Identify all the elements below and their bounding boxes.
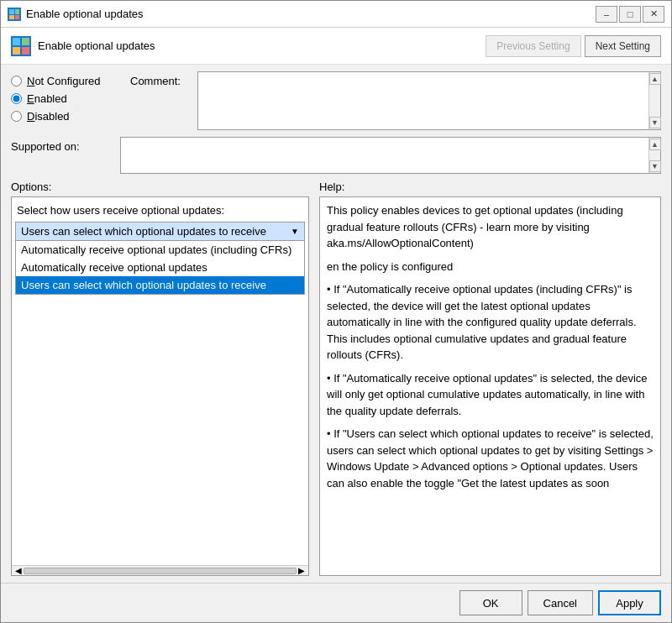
main-window: Enable optional updates – □ ✕ Enable opt… bbox=[0, 0, 672, 623]
help-para-2: • If "Automatically receive optional upd… bbox=[327, 281, 654, 364]
radio-enabled[interactable]: Enabled bbox=[11, 92, 120, 105]
svg-rect-2 bbox=[9, 15, 14, 19]
supported-field: ▲ ▼ bbox=[120, 137, 661, 174]
options-label: Options: bbox=[11, 181, 309, 193]
help-text: This policy enables devices to get optio… bbox=[327, 202, 654, 491]
comment-scrollbar: ▲ ▼ bbox=[648, 72, 660, 129]
radio-not-configured-label: Not Configured bbox=[27, 75, 100, 87]
close-button[interactable]: ✕ bbox=[643, 6, 664, 23]
radio-enabled-input[interactable] bbox=[11, 93, 22, 104]
supported-scroll-down[interactable]: ▼ bbox=[649, 160, 661, 172]
svg-rect-5 bbox=[22, 38, 29, 45]
svg-rect-1 bbox=[15, 9, 19, 14]
h-scrollbar[interactable] bbox=[24, 568, 297, 574]
dropdown-selected-text: Users can select which optional updates … bbox=[21, 225, 266, 238]
help-para-3: • If "Automatically receive optional upd… bbox=[327, 370, 654, 420]
help-label: Help: bbox=[319, 181, 661, 193]
panel-labels: Options: Help: bbox=[11, 181, 661, 193]
svg-rect-6 bbox=[13, 47, 20, 55]
options-scrollbar-area: ◀ ▶ bbox=[12, 565, 308, 575]
next-setting-button[interactable]: Next Setting bbox=[585, 35, 661, 57]
help-para-1: en the policy is configured bbox=[327, 259, 654, 275]
dropdown-arrow-icon: ▼ bbox=[291, 227, 299, 236]
previous-setting-button[interactable]: Previous Setting bbox=[486, 35, 580, 57]
help-para-4: • If "Users can select which optional up… bbox=[327, 426, 654, 491]
title-bar: Enable optional updates – □ ✕ bbox=[1, 1, 671, 28]
supported-scroll-up[interactable]: ▲ bbox=[649, 139, 661, 150]
radio-disabled-label: Disabled bbox=[27, 110, 70, 123]
radio-not-configured[interactable]: Not Configured bbox=[11, 75, 120, 87]
header-left: Enable optional updates bbox=[11, 36, 155, 56]
radio-disabled[interactable]: Disabled bbox=[11, 110, 120, 123]
minimize-button[interactable]: – bbox=[596, 6, 617, 23]
radio-enabled-label: Enabled bbox=[27, 92, 67, 105]
window-title: Enable optional updates bbox=[26, 8, 596, 20]
header-buttons: Previous Setting Next Setting bbox=[486, 35, 661, 57]
dropdown-display[interactable]: Users can select which optional updates … bbox=[15, 222, 305, 240]
radio-disabled-input[interactable] bbox=[11, 111, 22, 122]
main-content: Not Configured Enabled Disabled Comment: bbox=[1, 65, 671, 583]
comment-field: ▲ ▼ bbox=[197, 71, 661, 130]
top-section: Not Configured Enabled Disabled Comment: bbox=[11, 71, 661, 130]
help-panel: This policy enables devices to get optio… bbox=[319, 196, 661, 576]
comment-textarea[interactable] bbox=[198, 72, 648, 129]
dropdown-list: Automatically receive optional updates (… bbox=[15, 240, 305, 295]
scroll-up-arrow[interactable]: ▲ bbox=[649, 73, 661, 85]
dropdown-item-0[interactable]: Automatically receive optional updates (… bbox=[16, 241, 304, 259]
radio-group: Not Configured Enabled Disabled bbox=[11, 71, 120, 130]
panels: Select how users receive optional update… bbox=[11, 196, 661, 576]
window-icon bbox=[8, 8, 21, 21]
header-icon bbox=[11, 36, 31, 56]
supported-textarea[interactable] bbox=[121, 138, 648, 173]
supported-label: Supported on: bbox=[11, 137, 120, 153]
dropdown-item-1[interactable]: Automatically receive optional updates bbox=[16, 259, 304, 276]
cancel-button[interactable]: Cancel bbox=[528, 590, 593, 615]
bottom-bar: OK Cancel Apply bbox=[1, 583, 671, 622]
title-bar-controls: – □ ✕ bbox=[596, 6, 664, 23]
hscroll-left-arrow[interactable]: ◀ bbox=[13, 566, 24, 575]
supported-section: Supported on: ▲ ▼ bbox=[11, 137, 661, 174]
apply-button[interactable]: Apply bbox=[598, 590, 661, 615]
svg-rect-3 bbox=[15, 15, 19, 19]
radio-not-configured-input[interactable] bbox=[11, 76, 22, 86]
comment-label: Comment: bbox=[130, 71, 197, 87]
svg-rect-7 bbox=[22, 47, 29, 55]
options-inner: Select how users receive optional update… bbox=[12, 197, 308, 565]
supported-scrollbar: ▲ ▼ bbox=[648, 138, 660, 173]
svg-rect-0 bbox=[9, 9, 14, 14]
options-panel: Select how users receive optional update… bbox=[11, 196, 309, 576]
scroll-down-arrow[interactable]: ▼ bbox=[649, 117, 661, 128]
header-bar: Enable optional updates Previous Setting… bbox=[1, 28, 671, 65]
ok-button[interactable]: OK bbox=[459, 590, 522, 615]
header-title: Enable optional updates bbox=[38, 39, 155, 52]
options-description: Select how users receive optional update… bbox=[15, 201, 305, 222]
hscroll-right-arrow[interactable]: ▶ bbox=[297, 566, 307, 575]
maximize-button[interactable]: □ bbox=[619, 6, 641, 23]
dropdown-item-2[interactable]: Users can select which optional updates … bbox=[16, 276, 304, 294]
help-para-0: This policy enables devices to get optio… bbox=[327, 202, 654, 252]
svg-rect-4 bbox=[13, 38, 20, 45]
